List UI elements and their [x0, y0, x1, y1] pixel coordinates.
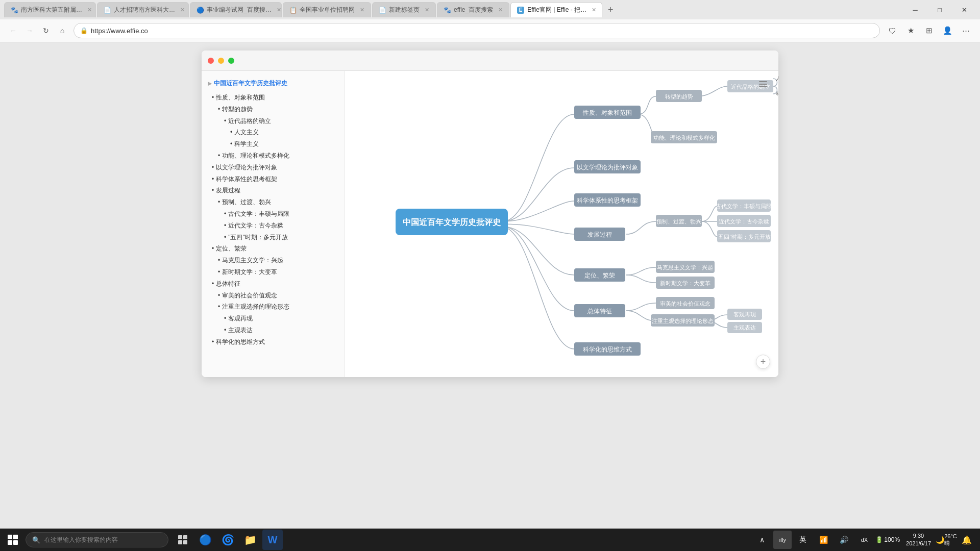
outline-item-17[interactable]: •审美的社会价值观念 — [208, 290, 338, 302]
outline-item-5[interactable]: •功能、理论和模式多样化 — [208, 150, 338, 162]
node-n5-text: 定位、繁荣 — [584, 272, 615, 279]
outline-text-2: 近代品格的确立 — [228, 117, 271, 124]
tab-close-5[interactable]: ✕ — [425, 7, 429, 13]
node-n4_1-text: 预制、过渡、勃兴 — [656, 218, 701, 224]
outline-item-1[interactable]: •转型的趋势 — [208, 104, 338, 115]
outline-item-3[interactable]: •人文主义 — [208, 127, 338, 138]
word-taskbar-button[interactable]: W — [262, 530, 283, 550]
task-view-icon — [178, 535, 188, 545]
start-square-1 — [8, 535, 12, 539]
ssl-lock-icon: 🔒 — [80, 27, 88, 34]
outline-item-10[interactable]: •古代文学：丰硕与局限 — [208, 208, 338, 220]
outline-item-21[interactable]: •科学化的思维方式 — [208, 336, 338, 348]
extensions-button[interactable]: 🛡 — [884, 22, 900, 39]
taskbar: 🔍 在这里输入你要搜索的内容 🔵 🌀 📁 W ∧ ifly — [0, 529, 980, 551]
main-content: ▶ 中国近百年文学历史批评史 •性质、对象和范围 •转型的趋势 •近代品格的确立… — [0, 42, 980, 529]
outline-item-14[interactable]: •马克思主义文学：兴起 — [208, 255, 338, 266]
outline-root[interactable]: ▶ 中国近百年文学历史批评史 — [208, 79, 338, 88]
center-node-text: 中国近百年文学历史批评史 — [403, 217, 501, 227]
tab-1[interactable]: 🐾 南方医科大第五附属… ✕ — [4, 2, 96, 17]
traffic-light-green[interactable] — [228, 58, 234, 64]
favorites-button[interactable]: ★ — [902, 22, 919, 39]
edge-center-n3 — [503, 201, 574, 221]
outline-item-20[interactable]: •主观表达 — [208, 324, 338, 336]
minimize-button[interactable]: ─ — [903, 2, 927, 18]
tab-close-2[interactable]: ✕ — [180, 7, 185, 13]
nav-buttons: ← → ↻ ⌂ — [6, 23, 69, 38]
file-explorer-taskbar-button[interactable]: 📁 — [240, 530, 260, 550]
outline-item-0[interactable]: •性质、对象和范围 — [208, 92, 338, 104]
outline-item-11[interactable]: •近代文学：古今杂糅 — [208, 220, 338, 232]
sidebar-outline: ▶ 中国近百年文学历史批评史 •性质、对象和范围 •转型的趋势 •近代品格的确立… — [202, 71, 345, 377]
edge-browser-taskbar-button[interactable]: 🔵 — [195, 530, 215, 550]
close-button[interactable]: ✕ — [952, 2, 976, 18]
language-button[interactable]: 英 — [794, 531, 812, 549]
volume-mute-icon[interactable]: dX — [855, 531, 873, 549]
traffic-light-red[interactable] — [208, 58, 214, 64]
outline-item-4[interactable]: •科学主义 — [208, 138, 338, 150]
home-button[interactable]: ⌂ — [55, 23, 69, 38]
tab-close-4[interactable]: ✕ — [360, 7, 364, 13]
traffic-light-yellow[interactable] — [218, 58, 224, 64]
outline-text-0: 性质、对象和范围 — [216, 94, 265, 101]
taskbar-search[interactable]: 🔍 在这里输入你要搜索的内容 — [26, 532, 168, 547]
tab-close-3[interactable]: ✕ — [277, 7, 281, 13]
address-bar[interactable]: 🔒 https://www.effie.co — [74, 23, 880, 38]
outline-item-15[interactable]: •新时期文学：大变革 — [208, 266, 338, 278]
taskbar-datetime[interactable]: 9:30 2021/6/17 — [902, 532, 935, 548]
reload-button[interactable]: ↻ — [39, 23, 53, 38]
outline-item-13[interactable]: •定位、繁荣 — [208, 243, 338, 255]
outline-item-19[interactable]: •客观再现 — [208, 313, 338, 324]
tab-close-6[interactable]: ✕ — [498, 7, 503, 13]
tab-favicon-4: 📋 — [289, 7, 297, 14]
outline-item-9[interactable]: •预制、过渡、勃兴 — [208, 196, 338, 208]
edge-n4-n4_1 — [626, 221, 656, 234]
profile-button[interactable]: 👤 — [939, 22, 955, 39]
tab-2[interactable]: 📄 人才招聘南方医科大… ✕ — [97, 2, 189, 17]
tab-close-7[interactable]: ✕ — [592, 7, 596, 13]
outline-item-6[interactable]: •以文学理论为批评对象 — [208, 162, 338, 173]
tab-label-5: 新建标签页 — [389, 6, 420, 14]
start-button[interactable] — [0, 529, 26, 551]
outline-item-7[interactable]: •科学体系性的思考框架 — [208, 173, 338, 185]
outline-item-18[interactable]: •注重主观选择的理论形态 — [208, 301, 338, 313]
back-button[interactable]: ← — [6, 23, 20, 38]
maximize-button[interactable]: □ — [928, 2, 951, 18]
tab-4[interactable]: 📋 全国事业单位招聘网 ✕ — [283, 2, 371, 17]
outline-text-3: 人文主义 — [234, 129, 259, 136]
outline-item-16[interactable]: •总体特征 — [208, 278, 338, 290]
notification-button[interactable]: 🔔 — [958, 531, 976, 549]
menu-line-3 — [759, 86, 767, 87]
app1-taskbar-button[interactable]: 🌀 — [217, 530, 238, 550]
outline-item-12[interactable]: •"五四"时期：多元开放 — [208, 232, 338, 243]
mindmap-toolbar — [756, 77, 770, 91]
outline-item-8[interactable]: •发展过程 — [208, 185, 338, 196]
ime-button[interactable]: ifly — [773, 531, 792, 549]
tab-close-1[interactable]: ✕ — [87, 7, 92, 13]
outline-text-12: "五四"时期：多元开放 — [228, 234, 288, 241]
mindmap-add-button[interactable]: + — [756, 355, 770, 369]
settings-button[interactable]: ⋯ — [958, 22, 974, 39]
network-icon[interactable]: 📶 — [814, 531, 832, 549]
tab-label-6: effie_百度搜索 — [454, 6, 493, 14]
weather-button[interactable]: 🌙 26°C 晴 — [937, 531, 955, 549]
volume-icon[interactable]: 🔊 — [835, 531, 853, 549]
node-objective-text: 客观再现 — [733, 311, 756, 317]
tab-5[interactable]: 📄 新建标签页 ✕ — [372, 2, 436, 17]
tab-3[interactable]: 🔵 事业编考试网_百度搜… ✕ — [190, 2, 282, 17]
mindmap-menu-button[interactable] — [756, 77, 770, 91]
task-view-button[interactable] — [173, 530, 193, 550]
svg-rect-2 — [178, 540, 182, 544]
outline-item-2[interactable]: •近代品格的确立 — [208, 115, 338, 127]
outline-text-13: 定位、繁荣 — [216, 245, 247, 252]
tray-expand-button[interactable]: ∧ — [753, 531, 771, 549]
new-tab-button[interactable]: + — [603, 3, 618, 17]
tab-6[interactable]: 🐾 effie_百度搜索 ✕ — [437, 2, 509, 17]
tab-7[interactable]: E Effie官网 | Effie - 把… ✕ — [510, 2, 602, 17]
collections-button[interactable]: ⊞ — [921, 22, 937, 39]
node-n1-text: 性质、对象和范围 — [582, 109, 632, 116]
battery-indicator[interactable]: 🔋 100% — [875, 536, 900, 543]
battery-text: 100% — [884, 536, 900, 543]
forward-button[interactable]: → — [22, 23, 37, 38]
tab-label-3: 事业编考试网_百度搜… — [207, 6, 272, 14]
